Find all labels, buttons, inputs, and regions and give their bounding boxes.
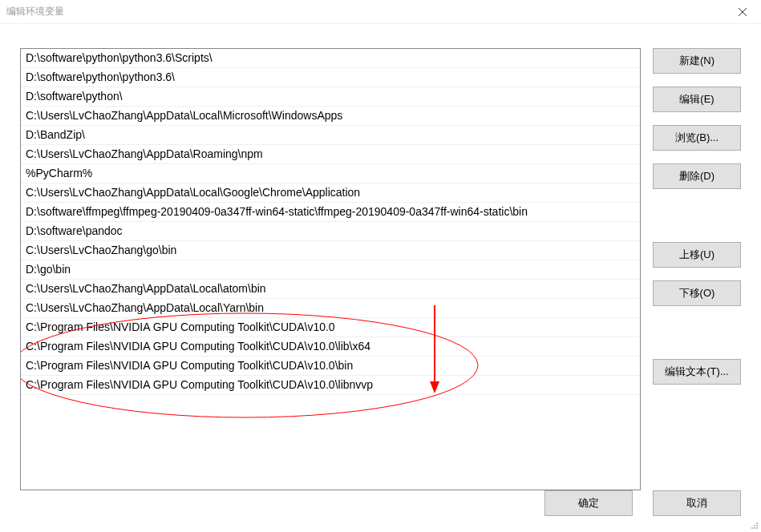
- list-item[interactable]: C:\Program Files\NVIDIA GPU Computing To…: [21, 357, 640, 376]
- new-button[interactable]: 新建(N): [653, 48, 741, 74]
- browse-button[interactable]: 浏览(B)...: [653, 125, 741, 151]
- svg-rect-5: [756, 525, 758, 526]
- list-item[interactable]: C:\Users\LvChaoZhang\AppData\Local\atom\…: [21, 280, 640, 299]
- footer: 确定 取消: [0, 490, 761, 532]
- close-icon: [739, 8, 747, 16]
- ok-button[interactable]: 确定: [544, 490, 633, 516]
- list-item[interactable]: D:\BandZip\: [21, 126, 640, 145]
- list-item[interactable]: D:\software\python\python3.6\Scripts\: [21, 49, 640, 68]
- sidebar-buttons: 新建(N) 编辑(E) 浏览(B)... 删除(D) 上移(U) 下移(O) 编…: [653, 48, 741, 490]
- svg-rect-4: [754, 525, 755, 526]
- move-down-button[interactable]: 下移(O): [653, 280, 741, 306]
- list-item[interactable]: D:\software\python\: [21, 87, 640, 107]
- list-item[interactable]: C:\Program Files\NVIDIA GPU Computing To…: [21, 318, 640, 337]
- list-item[interactable]: C:\Users\LvChaoZhang\AppData\Local\Googl…: [21, 183, 640, 203]
- list-item[interactable]: C:\Program Files\NVIDIA GPU Computing To…: [21, 337, 640, 357]
- list-item[interactable]: C:\Users\LvChaoZhang\AppData\Roaming\npm: [21, 145, 640, 164]
- edit-text-button[interactable]: 编辑文本(T)...: [653, 359, 741, 385]
- svg-rect-6: [751, 527, 753, 529]
- list-item[interactable]: D:\go\bin: [21, 260, 640, 280]
- resize-grip-icon[interactable]: [750, 521, 759, 530]
- list-item[interactable]: D:\software\pandoc: [21, 222, 640, 241]
- titlebar: 编辑环境变量: [0, 0, 761, 24]
- list-item-empty[interactable]: [21, 395, 640, 400]
- window-title: 编辑环境变量: [6, 5, 64, 18]
- list-item[interactable]: D:\software\ffmpeg\ffmpeg-20190409-0a347…: [21, 203, 640, 222]
- list-item[interactable]: C:\Program Files\NVIDIA GPU Computing To…: [21, 376, 640, 395]
- list-item[interactable]: %PyCharm%: [21, 164, 640, 183]
- content-area: D:\software\python\python3.6\Scripts\ D:…: [0, 24, 761, 490]
- path-listbox[interactable]: D:\software\python\python3.6\Scripts\ D:…: [20, 48, 641, 490]
- svg-rect-3: [756, 522, 758, 524]
- move-up-button[interactable]: 上移(U): [653, 242, 741, 268]
- edit-button[interactable]: 编辑(E): [653, 87, 741, 112]
- list-item[interactable]: D:\software\python\python3.6\: [21, 68, 640, 87]
- list-item[interactable]: C:\Users\LvChaoZhang\AppData\Local\Micro…: [21, 107, 640, 126]
- close-button[interactable]: [724, 0, 761, 24]
- list-item[interactable]: C:\Users\LvChaoZhang\AppData\Local\Yarn\…: [21, 299, 640, 318]
- svg-rect-8: [756, 527, 758, 529]
- delete-button[interactable]: 删除(D): [653, 163, 741, 189]
- list-item[interactable]: C:\Users\LvChaoZhang\go\bin: [21, 241, 640, 260]
- cancel-button[interactable]: 取消: [653, 490, 741, 516]
- svg-rect-7: [754, 527, 755, 529]
